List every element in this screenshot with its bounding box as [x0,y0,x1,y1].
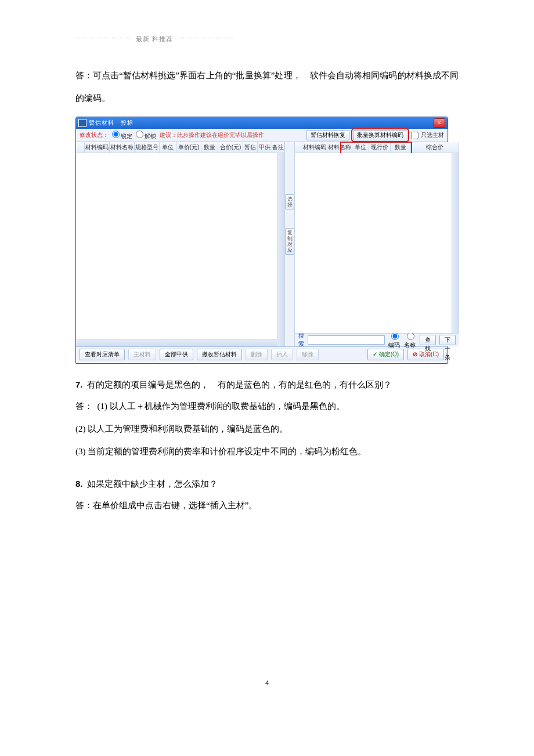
right-header-wrap: 材料编码 材料名称 单位 现行价 数量 综合价 [295,142,459,153]
answer-7-2: (2) 以人工为管理费和利润取费基础的，编码是蓝色的。 [75,418,459,440]
header-rule-left [75,38,134,38]
toolbar-hint: 建议：此步操作建议在组价完毕以后操作 [160,131,264,139]
batch-convert-button[interactable]: 批量换算材料编码 [353,130,407,140]
question-7: 7. 有的定额的项目编号是黑色的， 有的是蓝色的，有的是红色的，有什么区别？ [75,374,459,395]
col[interactable]: 材料名称 [110,142,135,153]
answer-7-1: 答： (1) 以人工＋机械作为管理费利润的取费基础的，编码是黑色的。 [75,395,459,418]
delete-button[interactable]: 删除 [246,349,268,360]
window-title: 暂估材料 投标 [89,119,434,127]
col[interactable]: 数量 [391,142,411,153]
radio-search-name[interactable]: 名称 [404,331,416,349]
only-main-checkbox[interactable]: 只选主材 [411,131,444,139]
left-grid-body[interactable] [76,153,284,346]
radio-unlock[interactable]: 解锁 [136,131,156,140]
left-scrollbar-vertical[interactable] [277,153,284,346]
col[interactable]: 规格型号 [135,142,160,153]
question-8: 8. 如果定额中缺少主材，怎么添加？ [75,473,459,494]
radio-lock[interactable]: 锁定 [112,131,132,140]
all-owner-button[interactable]: 全部甲供 [160,349,193,360]
restore-button[interactable]: 暂估材料恢复 [306,130,349,140]
right-scrollbar-vertical[interactable] [452,153,459,333]
answer-batch-convert: 答：可点击“暂估材料挑选”界面右上角的“批量换算”处理， 软件会自动将相同编码的… [75,64,459,110]
col[interactable]: 备注 [272,142,284,153]
view-list-button[interactable]: 查看对应清单 [80,349,125,360]
toolbar: 修改状态： 锁定 解锁 建议：此步操作建议在组价完毕以后操作 暂估材料恢复 批量… [76,129,448,142]
left-scrollbar-horizontal[interactable] [76,339,277,346]
col[interactable]: 综合价 [411,142,459,153]
row-selector-col [295,142,302,153]
row-selector-col [76,142,85,153]
radio-search-code[interactable]: 编码 [388,331,400,349]
answer-8: 答：在单价组成中点击右键，选择“插入主材”。 [75,494,459,517]
col[interactable]: 单位 [160,142,176,153]
next-button[interactable]: 下一条 [439,335,456,345]
remove-button[interactable]: 移除 [297,349,319,360]
close-button[interactable]: × [434,118,445,128]
col[interactable]: 合价(元) [218,142,243,153]
col[interactable]: 单价(元) [176,142,201,153]
titlebar: 暂估材料 投标 × [76,117,448,129]
app-icon [78,119,86,127]
right-panel: 材料编码 材料名称 单位 现行价 数量 综合价 搜索 编码 [295,142,459,346]
copy-correspond-button[interactable]: 复 制 对 应 [285,228,294,255]
col[interactable]: 材料编码 [302,142,327,153]
body-area: 材料编码 材料名称 规格型号 单位 单价(元) 数量 合价(元) 暂估 甲供 备… [76,142,448,346]
answer-7-3: (3) 当前定额的管理费利润的费率和计价程序设定中不同的，编码为粉红色。 [75,440,459,463]
col[interactable]: 现行价 [369,142,391,153]
col[interactable]: 数量 [201,142,218,153]
search-row: 搜索 编码 名称 查找 下一条 [295,333,459,346]
col[interactable]: 材料编码 [85,142,110,153]
document-page: 最新 料推荐 答：可点击“暂估材料挑选”界面右上角的“批量换算”处理， 软件会自… [0,0,534,721]
middle-strip: 选 择 复 制 对 应 [285,142,295,346]
col[interactable]: 暂估 [243,142,258,153]
find-button[interactable]: 查找 [420,335,436,345]
search-input[interactable] [308,335,385,345]
select-button[interactable]: 选 择 [285,194,294,209]
col[interactable]: 材料名称 [327,142,352,153]
left-grid-header: 材料编码 材料名称 规格型号 单位 单价(元) 数量 合价(元) 暂估 甲供 备… [76,142,284,153]
right-grid-body[interactable] [295,153,459,333]
col[interactable]: 单位 [352,142,369,153]
col-owner-supply[interactable]: 甲供 [258,142,272,153]
main-material-button[interactable]: 主材料 [128,349,156,360]
right-grid-header: 材料编码 材料名称 单位 现行价 数量 综合价 [295,142,459,153]
header-title: 最新 料推荐 [136,35,173,42]
page-header: 最新 料推荐 [75,35,459,44]
search-label: 搜索 [298,332,304,348]
ok-button[interactable]: 确定(Q) [367,349,404,360]
insert-button[interactable]: 插入 [271,349,293,360]
left-panel: 材料编码 材料名称 规格型号 单位 单价(元) 数量 合价(元) 暂估 甲供 备… [76,142,285,346]
page-number: 4 [75,679,459,686]
app-window-temp-material: 暂估材料 投标 × 修改状态： 锁定 解锁 建议：此步操作建议在组价完毕以后操作… [75,117,448,364]
status-label: 修改状态： [80,131,109,139]
header-rule-right [175,38,233,38]
retract-button[interactable]: 撤收暂估材料 [197,349,242,360]
